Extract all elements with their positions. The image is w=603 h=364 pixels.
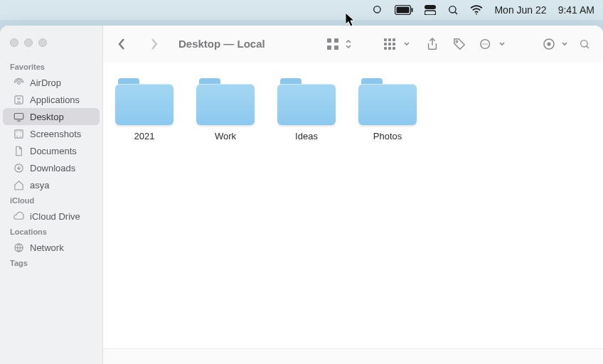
window-controls bbox=[0, 33, 102, 60]
svg-rect-26 bbox=[388, 47, 391, 50]
svg-point-6 bbox=[449, 6, 456, 13]
folder-name: Work bbox=[215, 131, 236, 141]
folder-icon bbox=[277, 78, 336, 125]
svg-rect-17 bbox=[327, 46, 331, 50]
folder-icon bbox=[196, 78, 255, 125]
svg-point-35 bbox=[581, 40, 587, 46]
close-button[interactable] bbox=[10, 38, 18, 47]
sync-button[interactable] bbox=[539, 35, 559, 53]
airdrop-icon bbox=[13, 77, 24, 88]
folder-item[interactable]: 2021 bbox=[114, 78, 174, 141]
sidebar-item-icloud-drive[interactable]: iCloud Drive bbox=[3, 208, 100, 225]
svg-point-0 bbox=[374, 6, 380, 13]
sidebar-item-label: AirDrop bbox=[30, 77, 61, 88]
sidebar-item-desktop[interactable]: Desktop bbox=[3, 108, 100, 125]
svg-rect-5 bbox=[425, 11, 436, 15]
svg-rect-4 bbox=[425, 5, 436, 9]
sidebar-item-label: Applications bbox=[30, 95, 80, 105]
loupe-icon[interactable] bbox=[372, 0, 383, 20]
sidebar-section-label: iCloud bbox=[0, 193, 102, 208]
svg-rect-23 bbox=[388, 43, 391, 46]
downloads-icon bbox=[13, 162, 24, 173]
sidebar-item-label: Desktop bbox=[30, 112, 64, 122]
sidebar-item-label: Downloads bbox=[30, 163, 75, 173]
cloud-icon bbox=[13, 210, 24, 222]
svg-rect-15 bbox=[327, 38, 331, 43]
finder-window: FavoritesAirDropApplicationsDesktopScree… bbox=[0, 26, 603, 364]
chevron-down-icon bbox=[562, 42, 567, 46]
sidebar-section-label: Tags bbox=[0, 256, 102, 270]
sidebar-item-downloads[interactable]: Downloads bbox=[3, 159, 100, 176]
sidebar-item-label: iCloud Drive bbox=[30, 211, 80, 222]
share-button[interactable] bbox=[422, 35, 442, 53]
chevron-down-icon bbox=[499, 42, 505, 46]
svg-rect-21 bbox=[393, 38, 395, 41]
back-button[interactable] bbox=[112, 35, 132, 53]
sidebar-item-network[interactable]: Network bbox=[3, 239, 100, 256]
svg-line-36 bbox=[587, 46, 589, 48]
folder-item[interactable]: Photos bbox=[358, 78, 417, 141]
main-pane: Desktop — Local bbox=[103, 26, 603, 364]
search-icon[interactable] bbox=[447, 0, 459, 20]
sidebar-item-applications[interactable]: Applications bbox=[3, 91, 100, 108]
svg-point-9 bbox=[17, 81, 20, 84]
sidebar: FavoritesAirDropApplicationsDesktopScree… bbox=[0, 26, 103, 364]
svg-point-31 bbox=[484, 43, 486, 45]
folder-name: Ideas bbox=[295, 131, 318, 141]
group-by-button[interactable] bbox=[381, 35, 401, 53]
folder-icon bbox=[115, 78, 174, 125]
chevron-down-icon bbox=[404, 42, 410, 46]
svg-rect-18 bbox=[334, 46, 338, 50]
window-title: Desktop — Local bbox=[178, 38, 265, 50]
svg-point-30 bbox=[483, 43, 484, 45]
svg-rect-27 bbox=[393, 47, 395, 50]
sidebar-item-asya[interactable]: asya bbox=[3, 176, 100, 193]
svg-rect-22 bbox=[384, 43, 387, 46]
sidebar-item-screenshots[interactable]: Screenshots bbox=[3, 125, 100, 142]
sidebar-item-label: Network bbox=[30, 242, 64, 253]
sidebar-item-label: Screenshots bbox=[30, 129, 81, 139]
chevron-updown-icon bbox=[346, 40, 351, 48]
folder-icon bbox=[358, 78, 417, 125]
folder-grid[interactable]: 2021WorkIdeasPhotos bbox=[103, 63, 603, 348]
forward-button[interactable] bbox=[144, 35, 164, 53]
status-bar bbox=[103, 348, 603, 364]
sidebar-section-label: Locations bbox=[0, 225, 102, 239]
wifi-icon[interactable] bbox=[470, 0, 483, 20]
sidebar-item-airdrop[interactable]: AirDrop bbox=[3, 74, 100, 91]
svg-rect-11 bbox=[14, 113, 23, 119]
svg-point-28 bbox=[456, 41, 458, 43]
network-icon bbox=[13, 242, 24, 253]
svg-rect-2 bbox=[397, 7, 410, 14]
folder-item[interactable]: Ideas bbox=[277, 78, 336, 141]
menubar-time[interactable]: 9:41 AM bbox=[558, 4, 594, 16]
zoom-button[interactable] bbox=[38, 38, 47, 47]
action-menu-button[interactable] bbox=[476, 35, 496, 53]
sidebar-item-label: Documents bbox=[30, 146, 77, 156]
sidebar-item-documents[interactable]: Documents bbox=[3, 142, 100, 159]
svg-rect-19 bbox=[384, 38, 387, 41]
apps-icon bbox=[13, 94, 24, 105]
folder-item[interactable]: Work bbox=[196, 78, 255, 141]
svg-point-8 bbox=[476, 14, 478, 15]
toolbar-search-button[interactable] bbox=[575, 35, 594, 53]
tag-button[interactable] bbox=[449, 35, 469, 53]
minimize-button[interactable] bbox=[24, 38, 33, 47]
system-menubar: Mon Jun 22 9:41 AM bbox=[0, 0, 603, 20]
svg-rect-24 bbox=[393, 43, 395, 46]
battery-icon[interactable] bbox=[395, 0, 413, 20]
svg-line-7 bbox=[455, 12, 457, 14]
menubar-date[interactable]: Mon Jun 22 bbox=[494, 4, 546, 16]
svg-rect-3 bbox=[412, 8, 413, 12]
svg-rect-25 bbox=[384, 47, 387, 50]
sidebar-item-label: asya bbox=[30, 180, 49, 191]
toolbar: Desktop — Local bbox=[103, 26, 603, 63]
svg-rect-16 bbox=[334, 38, 338, 43]
view-icon-button[interactable] bbox=[323, 35, 343, 53]
documents-icon bbox=[13, 145, 24, 156]
home-icon bbox=[13, 179, 24, 191]
sidebar-section-label: Favorites bbox=[0, 60, 102, 74]
control-center-icon[interactable] bbox=[425, 0, 436, 20]
svg-rect-12 bbox=[14, 129, 22, 137]
folder-name: Photos bbox=[373, 131, 402, 141]
